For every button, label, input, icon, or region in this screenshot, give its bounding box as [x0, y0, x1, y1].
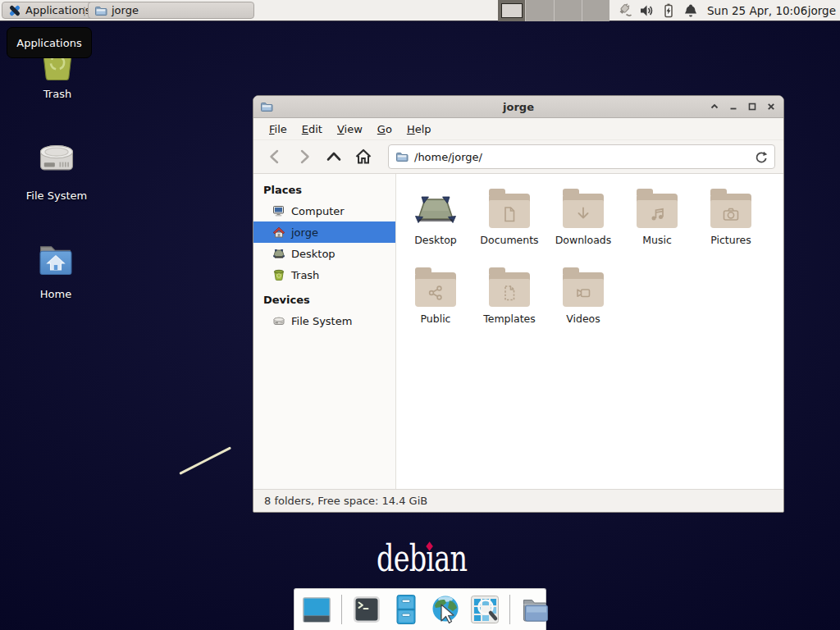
sidebar-item-jorge[interactable]: jorge	[253, 221, 395, 243]
notifications-bell-icon[interactable]	[682, 2, 699, 19]
menu-edit[interactable]: Edit	[294, 121, 330, 138]
file-manager-button[interactable]	[518, 593, 551, 626]
downloads-folder-icon	[563, 187, 604, 230]
trash-mini-icon	[272, 268, 285, 281]
home-button[interactable]	[352, 144, 375, 169]
sidebar-item-trash[interactable]: Trash	[253, 264, 395, 285]
sidebar-item-computer[interactable]: Computer	[253, 200, 395, 221]
folder-icon	[94, 4, 107, 17]
file-label: Public	[421, 313, 451, 325]
workspace-4[interactable]	[582, 0, 609, 21]
dock	[294, 588, 546, 630]
file-label: Music	[642, 234, 672, 246]
path-bar[interactable]: /home/jorge/	[388, 144, 775, 169]
xfce-logo-icon	[8, 4, 21, 17]
statusbar-text: 8 folders, Free space: 14.4 GiB	[264, 495, 427, 507]
file-label: Templates	[483, 313, 536, 325]
desktop-scratch-mark	[179, 446, 231, 474]
web-browser-button[interactable]	[429, 593, 462, 626]
public-folder-icon	[415, 266, 456, 308]
file-manager-window: jorge File Edit View Go Help	[253, 95, 784, 513]
menu-view[interactable]: View	[330, 121, 370, 138]
file-cabinet-button[interactable]	[390, 593, 422, 626]
app-finder-button[interactable]	[468, 593, 501, 626]
maximize-button[interactable]	[746, 101, 758, 113]
camera-glyph	[721, 204, 741, 224]
desktop-icon-home[interactable]: Home	[15, 238, 97, 300]
sidebar-header-places: Places	[253, 179, 395, 200]
documents-folder-icon	[489, 187, 530, 230]
pictures-folder-icon	[710, 187, 751, 230]
panel-clock[interactable]: Sun 25 Apr, 10:06	[707, 0, 807, 21]
window-titlebar[interactable]: jorge	[253, 96, 783, 118]
drive-mini-icon	[272, 314, 285, 327]
file-label: Documents	[480, 234, 538, 246]
menu-file[interactable]: File	[262, 121, 294, 138]
battery-icon[interactable]	[660, 2, 677, 19]
desktop-mini-icon	[272, 247, 285, 260]
file-item-desktop[interactable]: Desktop	[399, 184, 472, 262]
desktop: Applications jorge	[0, 0, 840, 630]
file-item-pictures[interactable]: Pictures	[694, 184, 768, 262]
videos-folder-icon	[563, 266, 604, 308]
sidebar-item-label: Desktop	[291, 248, 336, 260]
music-notes-glyph	[647, 204, 667, 224]
window-title: jorge	[253, 101, 783, 113]
file-item-music[interactable]: Music	[620, 184, 694, 262]
desktop-icon-file-system[interactable]: File System	[16, 139, 98, 202]
menu-go[interactable]: Go	[370, 121, 399, 138]
computer-icon	[272, 204, 285, 217]
shade-button[interactable]	[709, 101, 720, 113]
path-folder-icon	[395, 150, 409, 163]
forward-button[interactable]	[293, 144, 316, 169]
menu-help[interactable]: Help	[399, 121, 439, 138]
file-item-public[interactable]: Public	[399, 262, 472, 341]
panel-username[interactable]: jorge	[808, 0, 836, 21]
window-body: Places Computer	[253, 174, 783, 489]
dock-separator	[509, 595, 510, 624]
file-label: Downloads	[555, 234, 612, 246]
panel-handle[interactable]	[82, 5, 87, 21]
taskbar-window-button[interactable]: jorge	[88, 2, 254, 19]
share-nodes-glyph	[426, 283, 445, 303]
file-label: Desktop	[414, 234, 457, 246]
workspace-2[interactable]	[526, 0, 554, 21]
applications-tooltip: Applications	[7, 27, 92, 58]
workspace-3[interactable]	[555, 0, 582, 21]
file-item-documents[interactable]: Documents	[472, 184, 546, 262]
workspace-switcher	[498, 0, 609, 21]
video-camera-glyph	[573, 283, 593, 303]
sidebar-header-devices: Devices	[253, 289, 395, 310]
sidebar-item-label: File System	[291, 315, 352, 327]
home-icon	[272, 226, 285, 239]
volume-icon[interactable]	[638, 2, 655, 19]
download-arrow-glyph	[573, 204, 593, 224]
network-icon[interactable]	[616, 2, 632, 19]
sidebar-item-label: Computer	[291, 205, 345, 217]
sidebar-item-label: jorge	[291, 226, 318, 239]
close-button[interactable]	[765, 101, 777, 113]
window-folder-icon	[260, 100, 273, 113]
top-panel: Applications jorge	[0, 0, 840, 21]
minimize-button[interactable]	[728, 101, 739, 113]
desktop-icon-label: File System	[26, 189, 87, 202]
sidebar-item-file-system[interactable]: File System	[253, 310, 395, 331]
sidebar-item-desktop[interactable]: Desktop	[253, 243, 395, 264]
terminal-button[interactable]	[350, 593, 383, 626]
path-text[interactable]: /home/jorge/	[414, 151, 748, 163]
tooltip-text: Applications	[16, 37, 81, 49]
file-item-templates[interactable]: Templates	[472, 262, 546, 341]
workspace-1[interactable]	[498, 0, 526, 21]
file-item-downloads[interactable]: Downloads	[546, 184, 620, 262]
desktop-trapezoid-icon	[414, 187, 457, 230]
toolbar: /home/jorge/	[253, 140, 783, 174]
back-button[interactable]	[263, 144, 286, 169]
home-folder-icon	[34, 238, 77, 284]
show-desktop-button[interactable]	[300, 593, 333, 626]
sidebar: Places Computer	[253, 174, 396, 489]
file-item-videos[interactable]: Videos	[546, 262, 620, 341]
reload-icon[interactable]	[754, 150, 768, 164]
file-label: Pictures	[710, 234, 751, 246]
up-button[interactable]	[322, 144, 345, 169]
desktop-icon-label: Home	[40, 288, 71, 300]
